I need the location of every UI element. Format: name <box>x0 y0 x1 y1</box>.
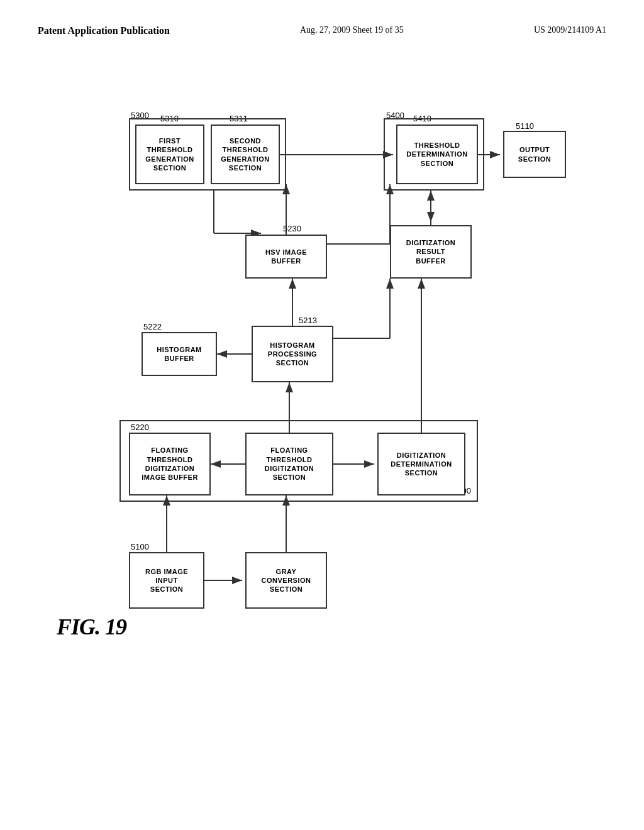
box-5110: OUTPUTSECTION <box>503 131 566 178</box>
header-left: Patent Application Publication <box>38 25 170 36</box>
box-5240: DIGITIZATIONRESULTBUFFER <box>390 225 472 279</box>
fig-label: FIG. 19 <box>57 614 126 640</box>
diagram-area: FIG. 19 <box>38 49 606 766</box>
box-5410: THRESHOLDDETERMINATIONSECTION <box>396 124 478 184</box>
ref-5230: 5230 <box>283 224 301 233</box>
box-5211: GRAYCONVERSIONSECTION <box>245 552 327 609</box>
ref-5213: 5213 <box>299 316 317 325</box>
box-5212: FLOATINGTHRESHOLDDIGITIZATIONSECTION <box>245 433 333 495</box>
page: Patent Application Publication Aug. 27, … <box>0 0 644 830</box>
header-center: Aug. 27, 2009 Sheet 19 of 35 <box>300 25 404 35</box>
box-5222: HISTOGRAMBUFFER <box>142 332 217 376</box>
box-5230: HSV IMAGEBUFFER <box>245 235 327 279</box>
ref-5100: 5100 <box>131 542 149 551</box>
ref-5222: 5222 <box>143 322 162 331</box>
box-5310: FIRSTTHRESHOLDGENERATIONSECTION <box>135 124 204 184</box>
box-5214: DIGITIZATIONDETERMINATIONSECTION <box>377 433 465 495</box>
ref-5110: 5110 <box>516 121 534 131</box>
box-5213: HISTOGRAMPROCESSINGSECTION <box>252 326 333 382</box>
header: Patent Application Publication Aug. 27, … <box>38 25 606 36</box>
box-5100: RGB IMAGEINPUTSECTION <box>129 552 204 609</box>
header-right: US 2009/214109 A1 <box>534 25 606 35</box>
box-5220: FLOATINGTHRESHOLDDIGITIZATIONIMAGE BUFFE… <box>129 433 211 495</box>
box-5311: SECONDTHRESHOLDGENERATIONSECTION <box>211 124 280 184</box>
